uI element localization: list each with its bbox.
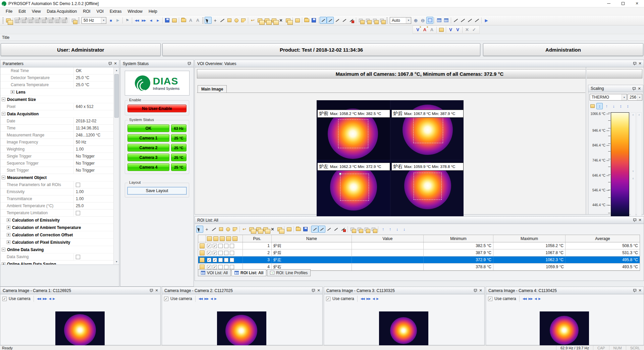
thermal-image-view[interactable]: 炉前 Max: 1058.2 °C Min: 382.5 °C 炉后 Max: … <box>317 100 464 220</box>
window-layout-5-icon[interactable]: 5 <box>41 18 47 23</box>
save-roi-data-icon[interactable] <box>213 236 218 241</box>
scale-min-spinner[interactable]: ∧ ∨ <box>637 112 642 220</box>
fast-forward-icon[interactable]: ▶▶ <box>43 297 47 300</box>
use-camera-checkbox[interactable]: ✓ <box>2 297 7 301</box>
param-category-data-acquisition[interactable]: −Data Acquisition <box>0 110 113 118</box>
expand-icon[interactable]: + <box>7 218 10 222</box>
tab-voi-list[interactable]: VOI List: All <box>198 269 231 276</box>
save-roi-icon[interactable] <box>302 226 309 233</box>
param-row[interactable]: Temperature Limitation <box>0 210 113 217</box>
rotate-left-icon[interactable] <box>452 17 459 24</box>
shrink-scale-icon[interactable]: ↕ <box>625 103 631 109</box>
checkbox-unchecked[interactable] <box>224 244 228 248</box>
tab-roi-list[interactable]: ROI List: All <box>231 269 266 276</box>
roi-rect-left-selected[interactable] <box>340 174 369 201</box>
close-icon[interactable]: ✕ <box>638 218 642 223</box>
move-up-icon[interactable]: ↑ <box>386 226 393 233</box>
toolbar-grip[interactable] <box>386 17 388 23</box>
pointer-tool-icon[interactable] <box>205 17 212 24</box>
roi-flag3-icon[interactable] <box>232 236 237 241</box>
step-forward-icon[interactable]: ▶ <box>53 297 55 300</box>
param-row[interactable]: Date2018-12-02 <box>0 118 113 125</box>
delete-alarm-icon[interactable]: ✕ <box>464 26 471 33</box>
step-forward-icon[interactable]: ▶ <box>376 297 378 300</box>
user-enable-status-button[interactable]: No User-Enable <box>127 105 186 112</box>
levels-select[interactable]: 256 ▼ <box>628 94 642 101</box>
stop-icon[interactable]: ■ <box>107 17 114 24</box>
camera2-temp-button[interactable]: 25 °C <box>171 144 186 152</box>
roi-rect-rear[interactable] <box>413 115 443 143</box>
roi-rect-right[interactable] <box>414 173 442 200</box>
roi-max-marker-icon[interactable] <box>325 226 332 233</box>
step-back-icon[interactable]: ◀ <box>147 17 154 24</box>
polygon-tool-icon[interactable] <box>240 17 247 24</box>
crosshair-tool-icon[interactable]: + <box>203 226 210 233</box>
grid-view-icon[interactable] <box>436 17 443 24</box>
add-voi-icon[interactable]: V+ <box>414 26 421 33</box>
tab-main-image[interactable]: Main Image <box>198 85 227 93</box>
pin-icon[interactable] <box>473 289 477 292</box>
rewind-icon[interactable]: ◀◀ <box>133 17 140 24</box>
voi-properties-icon[interactable] <box>438 26 445 33</box>
collapse-icon[interactable]: − <box>2 98 5 101</box>
scale-max-spinner[interactable]: ∧ ∨ ∧ ∨ <box>631 112 636 220</box>
step-forward-icon[interactable]: ▶ <box>154 17 161 24</box>
paste-roi-icon[interactable] <box>263 17 270 24</box>
thermo-gradient-bar[interactable] <box>611 112 629 220</box>
pin-icon[interactable] <box>187 62 191 65</box>
minimize-button[interactable] <box>602 0 616 7</box>
ellipse-tool-icon[interactable] <box>233 17 240 24</box>
acknowledge-alarm-icon[interactable]: ✓ <box>471 26 478 33</box>
checkbox-unchecked[interactable] <box>230 251 234 255</box>
chevron-up-icon[interactable]: ∧ <box>631 177 635 180</box>
expand-icon[interactable]: + <box>11 90 14 94</box>
roi-alarm-marker-icon[interactable] <box>348 17 355 24</box>
pin-icon[interactable] <box>633 62 636 65</box>
product-button[interactable]: Product: Test / 2018-12-02 11:34:36 <box>162 43 480 56</box>
param-category-lens[interactable]: +Lens <box>0 89 113 96</box>
expand-icon[interactable]: + <box>7 226 10 229</box>
use-camera-checkbox[interactable]: ✓ <box>164 297 168 301</box>
rewind-icon[interactable]: ◀◀ <box>361 297 365 300</box>
checkbox-unchecked[interactable] <box>76 255 80 259</box>
checkbox-unchecked[interactable] <box>230 265 234 269</box>
status-rate-button[interactable]: 63 Hz <box>171 124 186 132</box>
line-tool-icon[interactable] <box>210 226 217 233</box>
load-roi-icon[interactable] <box>295 226 302 233</box>
text-format-icon[interactable]: A <box>194 17 201 24</box>
bring-forward-icon[interactable] <box>371 17 378 24</box>
load-roi-icon[interactable] <box>303 17 310 24</box>
send-to-back-icon[interactable] <box>364 17 371 24</box>
param-row[interactable]: Weighting1.00 <box>0 146 113 153</box>
bring-to-front-icon[interactable] <box>349 226 356 233</box>
move-top-icon[interactable]: ↑ <box>379 226 386 233</box>
checkbox-checked[interactable]: ✓ <box>213 251 217 255</box>
step-forward-icon[interactable]: ▶ <box>214 297 216 300</box>
column-name[interactable]: Name <box>272 235 352 242</box>
send-backward-icon[interactable] <box>370 226 377 233</box>
column-minimum[interactable]: Minimum <box>424 235 493 242</box>
param-row[interactable]: Pixel640 x 512 <box>0 103 113 110</box>
delete-roi-icon[interactable]: ✕ <box>269 226 276 233</box>
menu-window[interactable]: Window <box>124 7 145 15</box>
param-category-measurement-object[interactable]: −Measurement Object <box>0 174 113 181</box>
roi-table-row-selected[interactable]: ✓ ✓ 3 炉左 372.9 °C 1062.3 °C 495.8 °C <box>198 256 640 264</box>
param-row[interactable]: Data Saving <box>0 253 113 260</box>
param-category-online-data-saving[interactable]: −Online Data Saving <box>0 246 113 253</box>
roi-min-marker-icon[interactable] <box>332 226 339 233</box>
roi-name-toggle-icon[interactable] <box>318 226 325 233</box>
roi-min-marker-icon[interactable] <box>341 17 348 24</box>
param-category-calc-pixel-emissivity[interactable]: +Calculation of Pixel Emissivity <box>0 239 113 246</box>
toolbar-grip[interactable] <box>78 17 79 23</box>
duplicate-roi-icon[interactable] <box>262 226 269 233</box>
zoom-out-icon[interactable]: ⊖ <box>419 17 426 24</box>
param-row[interactable]: Detector Temperature25.0 °C <box>0 74 113 81</box>
delete-roi-icon[interactable]: ✕ <box>277 17 284 24</box>
roi-color-swatch[interactable] <box>200 265 205 270</box>
close-button[interactable]: ✕ <box>630 0 644 7</box>
param-row[interactable]: Sequence TriggerNo Trigger <box>0 160 113 167</box>
layout-manager-icon[interactable] <box>5 17 12 24</box>
scroll-down-icon[interactable]: ▼ <box>114 259 119 265</box>
close-icon[interactable]: ✕ <box>113 61 118 66</box>
tab-roi-line-profiles[interactable]: ~ ROI: Line Profiles <box>267 269 311 276</box>
